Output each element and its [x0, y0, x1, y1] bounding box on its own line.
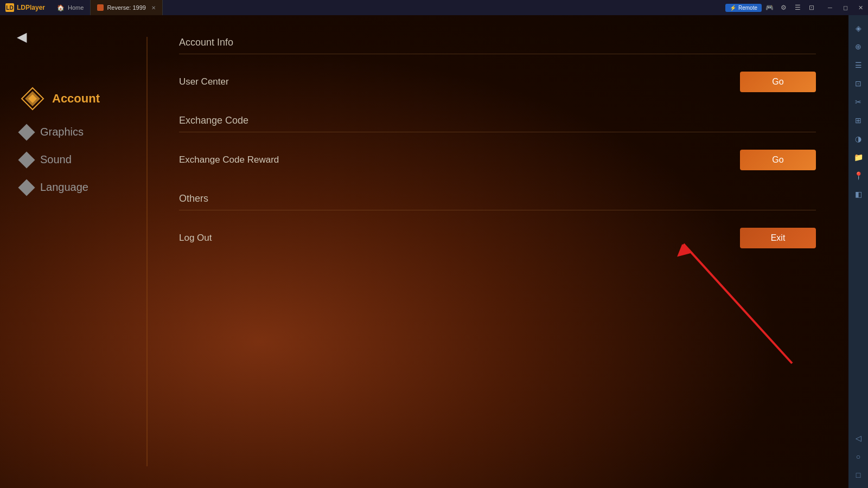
- sidebar-icon-9[interactable]: 📍: [850, 167, 867, 184]
- sidebar-bottom-2[interactable]: ○: [850, 448, 867, 465]
- app-name: LDPlayer: [17, 4, 45, 11]
- sidebar-icon-7[interactable]: ◑: [850, 130, 867, 147]
- log-out-row: Log Out Exit: [179, 221, 816, 255]
- section-exchange-code: Exchange Code Exchange Code Reward Go: [179, 115, 816, 177]
- sidebar-bottom-3[interactable]: □: [850, 466, 867, 484]
- back-icon: ◀: [17, 29, 27, 44]
- remote-button[interactable]: ⚡ Remote: [725, 4, 762, 12]
- nav-divider: [146, 37, 148, 466]
- exchange-code-reward-label: Exchange Code Reward: [179, 155, 279, 165]
- tab-close-icon[interactable]: ✕: [151, 5, 156, 11]
- back-button[interactable]: ◀: [11, 26, 33, 48]
- nav-item-account[interactable]: Account: [16, 80, 146, 117]
- right-sidebar: ◈ ⊕ ☰ ⊡ ✂ ⊞ ◑ 📁 📍 ◧ ◁ ○ □: [848, 15, 868, 488]
- tab-home[interactable]: 🏠 Home: [50, 0, 91, 15]
- restore-button[interactable]: ◻: [838, 0, 853, 15]
- account-icon: [21, 87, 44, 111]
- nav-item-graphics[interactable]: Graphics: [16, 119, 146, 145]
- home-icon: 🏠: [57, 4, 65, 11]
- exchange-code-reward-row: Exchange Code Reward Go: [179, 143, 816, 177]
- tab-reverse1999[interactable]: Reverse: 1999 ✕: [91, 0, 163, 15]
- tab-reverse1999-label: Reverse: 1999: [107, 4, 146, 11]
- nav-sound-label: Sound: [40, 153, 72, 166]
- sidebar-icon-5[interactable]: ✂: [850, 93, 867, 111]
- sidebar-icon-3[interactable]: ☰: [850, 56, 867, 74]
- remote-icon: ⚡: [730, 5, 736, 11]
- sound-diamond-icon: [18, 151, 35, 168]
- settings-icon[interactable]: ⚙: [777, 2, 790, 13]
- menu-icon[interactable]: ☰: [791, 2, 804, 13]
- sidebar-icon-6[interactable]: ⊞: [850, 112, 867, 129]
- titlebar-actions: ⚡ Remote 🎮 ⚙ ☰ ⊡: [721, 2, 822, 13]
- log-out-label: Log Out: [179, 233, 212, 243]
- game-tab-icon: [97, 4, 104, 11]
- exchange-code-header: Exchange Code: [179, 115, 816, 132]
- sidebar-icon-1[interactable]: ◈: [850, 20, 867, 37]
- nav-graphics-label: Graphics: [40, 126, 84, 138]
- expand-icon[interactable]: ⊡: [805, 2, 818, 13]
- sidebar-icon-10[interactable]: ◧: [850, 185, 867, 203]
- sidebar-icon-2[interactable]: ⊕: [850, 38, 867, 55]
- gamepad-icon[interactable]: 🎮: [763, 2, 776, 13]
- sidebar-bottom-1[interactable]: ◁: [850, 429, 867, 447]
- sidebar-icon-8[interactable]: 📁: [850, 149, 867, 166]
- user-center-label: User Center: [179, 76, 229, 87]
- app-logo: LD LDPlayer: [0, 3, 50, 12]
- sidebar-icon-4[interactable]: ⊡: [850, 75, 867, 92]
- window-controls: ─ ◻ ✕: [822, 0, 868, 15]
- exchange-code-reward-go-button[interactable]: Go: [740, 150, 816, 170]
- nav-account-label: Account: [52, 92, 100, 106]
- minimize-button[interactable]: ─: [822, 0, 838, 15]
- close-button[interactable]: ✕: [853, 0, 868, 15]
- section-others: Others Log Out Exit: [179, 193, 816, 255]
- remote-label: Remote: [738, 5, 757, 11]
- section-account-info: Account Info User Center Go: [179, 37, 816, 99]
- others-header: Others: [179, 193, 816, 210]
- account-info-header: Account Info: [179, 37, 816, 54]
- tab-home-label: Home: [68, 4, 84, 11]
- language-diamond-icon: [18, 179, 35, 196]
- logo-icon: LD: [5, 3, 14, 12]
- content-panel: Account Info User Center Go Exchange Cod…: [146, 15, 848, 488]
- left-nav: Account Graphics Sound Language: [0, 15, 146, 488]
- nav-item-sound[interactable]: Sound: [16, 147, 146, 172]
- nav-language-label: Language: [40, 181, 88, 194]
- graphics-diamond-icon: [18, 124, 35, 140]
- user-center-go-button[interactable]: Go: [740, 72, 816, 92]
- tab-bar: 🏠 Home Reverse: 1999 ✕: [50, 0, 721, 15]
- user-center-row: User Center Go: [179, 65, 816, 99]
- nav-item-language[interactable]: Language: [16, 175, 146, 200]
- exit-button[interactable]: Exit: [740, 228, 816, 248]
- titlebar: LD LDPlayer 🏠 Home Reverse: 1999 ✕ ⚡ Rem…: [0, 0, 868, 15]
- main-area: ◀ Account Graphics Sound Language: [0, 15, 848, 488]
